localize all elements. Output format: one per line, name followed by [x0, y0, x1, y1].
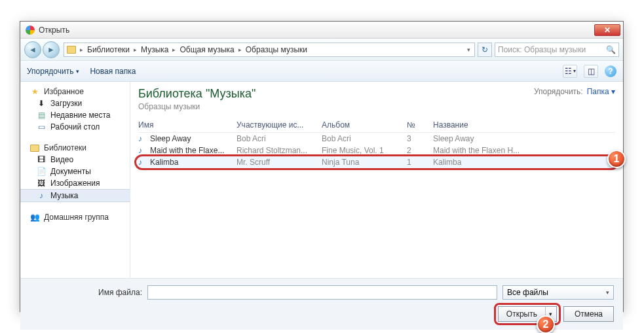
file-row[interactable]: ♪Maid with the Flaxe... Richard Stoltzma… — [138, 145, 615, 156]
help-button[interactable]: ? — [605, 65, 616, 77]
address-bar[interactable]: ▸ Библиотеки ▸ Музыка ▸ Общая музыка ▸ О… — [64, 43, 475, 57]
breadcrumb-seg[interactable]: Образцы музыки — [244, 44, 309, 55]
chrome-icon — [26, 26, 35, 35]
search-input[interactable]: Поиск: Образцы музыки 🔍 — [495, 43, 619, 57]
sidebar-favorites[interactable]: ★Избранное — [20, 86, 130, 97]
music-file-icon: ♪ — [138, 158, 147, 167]
view-mode-button[interactable]: ☷ ▾ — [563, 65, 577, 78]
titlebar: Открыть ✕ — [20, 22, 623, 39]
library-subtitle: Образцы музыки — [138, 102, 256, 111]
desktop-icon: ▭ — [36, 122, 47, 131]
col-title[interactable]: Название — [433, 120, 615, 130]
column-headers[interactable]: Имя Участвующие ис... Альбом № Название — [138, 120, 615, 133]
breadcrumb-seg[interactable]: Музыка — [140, 44, 170, 55]
breadcrumb-seg[interactable]: Библиотеки — [86, 44, 131, 55]
sidebar-item-music[interactable]: ♪Музыка — [20, 189, 130, 202]
picture-icon: 🖼 — [36, 179, 47, 188]
recent-icon: ▤ — [36, 111, 47, 120]
document-icon: 📄 — [36, 167, 47, 176]
chevron-down-icon: ▾ — [606, 289, 609, 296]
music-file-icon: ♪ — [138, 134, 147, 143]
breadcrumb-seg[interactable]: Общая музыка — [178, 44, 235, 55]
chevron-right-icon: ▸ — [171, 46, 177, 53]
music-icon: ♪ — [36, 191, 47, 200]
file-row-selected[interactable]: ♪Kalimba Mr. Scruff Ninja Tuna 1 Kalimba — [138, 156, 615, 168]
col-no[interactable]: № — [407, 120, 433, 130]
back-button[interactable]: ◄ — [24, 41, 41, 58]
music-file-icon: ♪ — [138, 146, 147, 155]
arrange-by-link[interactable]: Папка ▾ — [587, 87, 615, 96]
filename-input[interactable] — [147, 285, 497, 300]
sidebar: ★Избранное ⬇Загрузки ▤Недавние места ▭Ра… — [20, 82, 130, 278]
toolbar: Упорядочить ▾ Новая папка ☷ ▾ ◫ ? — [20, 61, 623, 82]
sidebar-item-pictures[interactable]: 🖼Изображения — [20, 177, 130, 189]
organize-menu[interactable]: Упорядочить ▾ — [27, 67, 79, 76]
close-button[interactable]: ✕ — [594, 24, 620, 36]
file-type-filter[interactable]: Все файлы▾ — [502, 285, 614, 300]
open-file-dialog: Открыть ✕ ◄ ► ▸ Библиотеки ▸ Музыка ▸ Об… — [20, 21, 624, 312]
new-folder-button[interactable]: Новая папка — [90, 67, 136, 76]
star-icon: ★ — [29, 87, 40, 96]
refresh-button[interactable]: ↻ — [478, 43, 492, 57]
arrange-by: Упорядочить: Папка ▾ — [534, 87, 615, 96]
search-placeholder: Поиск: Образцы музыки — [498, 45, 586, 54]
video-icon: 🎞 — [36, 155, 47, 164]
chevron-right-icon: ▸ — [237, 46, 243, 53]
sidebar-item-downloads[interactable]: ⬇Загрузки — [20, 97, 130, 109]
sidebar-item-recent[interactable]: ▤Недавние места — [20, 109, 130, 121]
search-icon: 🔍 — [606, 45, 616, 54]
col-artist[interactable]: Участвующие ис... — [237, 120, 322, 130]
sidebar-item-videos[interactable]: 🎞Видео — [20, 154, 130, 166]
libraries-icon — [29, 143, 40, 152]
sidebar-item-desktop[interactable]: ▭Рабочий стол — [20, 121, 130, 133]
forward-button[interactable]: ► — [43, 41, 60, 58]
sidebar-item-documents[interactable]: 📄Документы — [20, 166, 130, 177]
filename-label: Имя файла: — [29, 288, 142, 297]
chevron-right-icon: ▸ — [132, 46, 138, 53]
col-album[interactable]: Альбом — [322, 120, 407, 130]
annotation-badge-1: 1 — [607, 150, 626, 168]
library-title: Библиотека "Музыка" — [138, 87, 256, 101]
col-name[interactable]: Имя — [138, 120, 237, 130]
sidebar-homegroup[interactable]: 👥Домашняя группа — [20, 211, 130, 223]
annotation-badge-2: 2 — [537, 315, 555, 333]
file-list-area: Библиотека "Музыка" Образцы музыки Упоря… — [130, 82, 623, 278]
chevron-down-icon[interactable]: ▾ — [466, 46, 472, 53]
bottom-panel: Имя файла: Все файлы▾ Открыть ▾ Отмена 2 — [20, 278, 623, 330]
download-icon: ⬇ — [36, 99, 47, 108]
cancel-button[interactable]: Отмена — [563, 306, 614, 322]
file-row[interactable]: ♪Sleep Away Bob Acri Bob Acri 3 Sleep Aw… — [138, 133, 615, 145]
sidebar-libraries[interactable]: Библиотеки — [20, 142, 130, 154]
folder-icon — [67, 46, 76, 54]
chevron-right-icon: ▸ — [79, 46, 85, 53]
nav-row: ◄ ► ▸ Библиотеки ▸ Музыка ▸ Общая музыка… — [20, 39, 623, 61]
preview-pane-button[interactable]: ◫ — [584, 65, 598, 78]
window-title: Открыть — [39, 26, 69, 35]
homegroup-icon: 👥 — [29, 213, 40, 222]
